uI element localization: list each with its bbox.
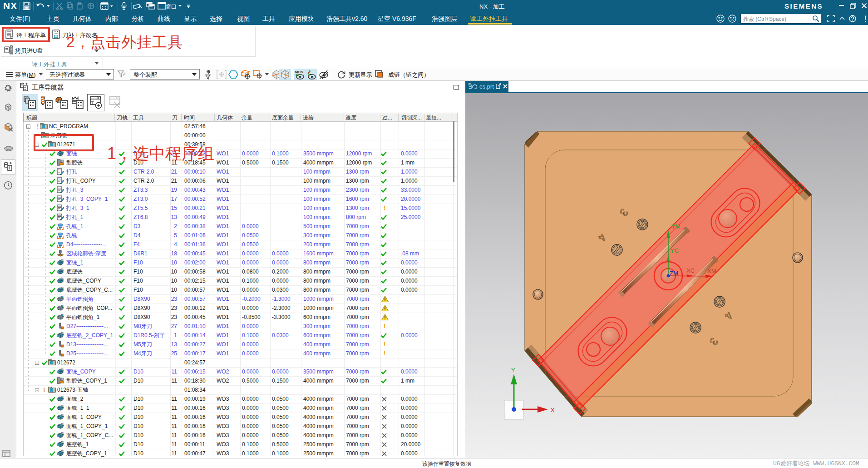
svg-text:XC: XC	[686, 267, 695, 274]
svg-text:Y: Y	[511, 367, 515, 373]
svg-text:X: X	[551, 407, 555, 413]
svg-text:XM: XM	[707, 268, 716, 274]
svg-text:MCS: MCS	[295, 70, 303, 74]
svg-text:YM: YM	[671, 223, 681, 230]
svg-text:YC: YC	[671, 247, 679, 254]
svg-text:ZM: ZM	[670, 270, 678, 277]
svg-text:cs.prt: cs.prt	[479, 83, 494, 90]
